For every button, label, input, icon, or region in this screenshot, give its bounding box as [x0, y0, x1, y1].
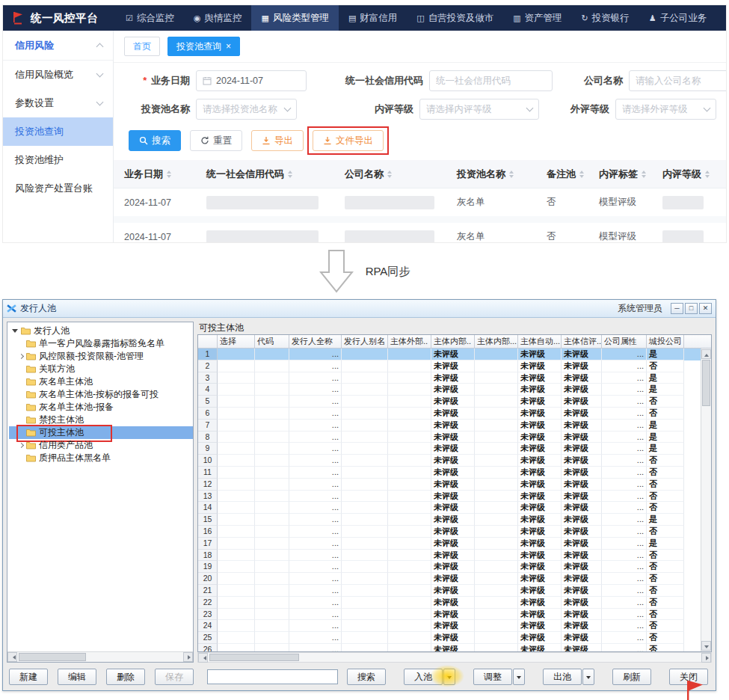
grid-row[interactable]: 17 ... 未评级 未评级 未评级 ... [198, 538, 701, 550]
grid-column-header[interactable]: 主体信评... [562, 335, 602, 348]
sort-icon[interactable] [642, 171, 646, 178]
column-header[interactable]: 内评等级 [652, 168, 710, 181]
scroll-left-icon[interactable] [198, 653, 208, 663]
grid-row[interactable]: 19 ... 未评级 未评级 未评级 ... [198, 561, 701, 573]
cell-select[interactable] [218, 420, 255, 432]
grid-column-header[interactable]: 主体外部.. [388, 335, 431, 348]
table-row[interactable]: 2024-11-07 灰名单 否 模型评级 [114, 188, 726, 223]
tree-item[interactable]: 可投主体池 [9, 426, 193, 439]
window-control-button[interactable]: ✕ [699, 303, 712, 314]
cell-select[interactable] [218, 620, 255, 632]
nav-item[interactable]: ◉ 舆情监控 [184, 5, 252, 31]
footer-button[interactable]: 编辑 [58, 669, 96, 685]
nav-item[interactable]: ↻ 投资银行 [572, 5, 639, 31]
window-control-button[interactable]: □ [685, 303, 698, 314]
sort-icon[interactable] [705, 171, 710, 178]
tree-item[interactable]: 灰名单主体池-报备 [9, 401, 193, 414]
scroll-down-icon[interactable] [701, 641, 711, 651]
tree-root[interactable]: 发行人池 [9, 325, 193, 337]
cell-select[interactable] [218, 491, 255, 503]
grid-row[interactable]: 21 ... 未评级 未评级 未评级 ... [198, 585, 701, 597]
tree-item[interactable]: 禁投主体池 [9, 414, 193, 426]
grid-row[interactable]: 13 ... 未评级 未评级 未评级 ... [198, 491, 701, 503]
footer-button[interactable]: 新建 [9, 669, 48, 685]
cell-select[interactable] [218, 372, 255, 384]
grid-row[interactable]: 6 ... 未评级 未评级 未评级 ... [198, 408, 701, 420]
reset-button[interactable]: 重置 [190, 130, 242, 151]
sort-icon[interactable] [167, 171, 171, 178]
column-header[interactable]: 公司名称 [334, 168, 446, 181]
cell-select[interactable] [218, 455, 255, 467]
grid-row[interactable]: 22 ... 未评级 未评级 未评级 ... [198, 597, 701, 609]
grid-row[interactable]: 23 ... 未评级 未评级 未评级 ... [198, 609, 701, 621]
action-button[interactable]: 调整 [473, 669, 512, 685]
tree-item[interactable]: 风控限额-投资限额-池管理 [9, 350, 193, 363]
grid-row[interactable]: 20 ... 未评级 未评级 未评级 ... [198, 573, 701, 585]
cell-select[interactable] [218, 384, 255, 396]
cell-select[interactable] [218, 514, 255, 526]
file-export-button[interactable]: 文件导出 [313, 130, 384, 151]
tree-item[interactable]: 质押品主体黑名单 [9, 452, 193, 464]
footer-button[interactable]: 保存 [155, 669, 194, 685]
cell-select[interactable] [218, 597, 255, 609]
sidebar-item[interactable]: 参数设置 [3, 89, 113, 117]
grid-row[interactable]: 14 ... 未评级 未评级 未评级 ... [198, 502, 701, 514]
internal-rating-select[interactable]: 请选择内评等级 [419, 99, 539, 120]
action-button[interactable]: 刷新 [612, 669, 651, 685]
column-header[interactable]: 业务日期 [114, 168, 196, 181]
cell-select[interactable] [218, 479, 255, 491]
tree-item[interactable]: 灰名单主体池-按标的报备可投 [9, 388, 193, 401]
grid-row[interactable]: 4 ... 未评级 未评级 未评级 ... [198, 384, 701, 396]
sort-icon[interactable] [387, 171, 392, 178]
grid-column-header[interactable]: 城投公司 [647, 335, 684, 348]
scroll-up-icon[interactable] [701, 349, 711, 359]
grid-row[interactable]: 16 ... 未评级 未评级 未评级 ... [198, 526, 701, 538]
tab[interactable]: 投资池查询 × [167, 37, 240, 56]
search-button[interactable]: 搜索 [129, 130, 181, 151]
grid-row[interactable]: 26 ... 未评级 未评级 未评级 ... [198, 644, 701, 652]
dropdown-arrow-button[interactable] [513, 669, 525, 685]
tab-close-icon[interactable]: × [226, 42, 231, 51]
grid-row[interactable]: 24 ... 未评级 未评级 未评级 ... [198, 620, 701, 632]
cell-select[interactable] [218, 408, 255, 420]
grid-column-header[interactable]: 主体内部.. [431, 335, 475, 348]
grid-row[interactable]: 1 ... 未评级 未评级 未评级 ... [198, 349, 701, 360]
tree-search-button[interactable]: 搜索 [347, 669, 386, 685]
cell-select[interactable] [218, 396, 255, 408]
grid-column-header[interactable]: 代码 [255, 335, 289, 348]
grid-row[interactable]: 7 ... 未评级 未评级 未评级 ... [198, 420, 701, 432]
grid-row[interactable]: 25 ... 未评级 未评级 未评级 ... [198, 632, 701, 644]
dropdown-arrow-button[interactable] [443, 669, 455, 685]
nav-item[interactable]: ▦ 风险类型管理 [251, 5, 338, 31]
grid-row[interactable]: 2 ... 未评级 未评级 未评级 ... [198, 360, 701, 372]
grid-column-header[interactable]: 公司属性 [602, 335, 647, 348]
grid-vertical-scrollbar[interactable] [701, 349, 711, 651]
tab[interactable]: 首页 [124, 37, 160, 56]
cell-select[interactable] [218, 561, 255, 573]
cell-select[interactable] [218, 443, 255, 455]
scrollbar-thumb[interactable] [19, 653, 86, 661]
expander-down-icon[interactable] [12, 329, 18, 336]
pool-name-select[interactable]: 请选择投资池名称 [196, 99, 297, 120]
sort-icon[interactable] [509, 171, 514, 178]
scroll-right-icon[interactable] [183, 652, 193, 662]
sidebar-item[interactable]: 风险资产处置台账 [3, 174, 113, 203]
export-button[interactable]: 导出 [251, 130, 304, 151]
nav-item[interactable]: ◫ 自营投资及做市 [407, 5, 503, 31]
cell-select[interactable] [218, 349, 255, 360]
nav-item[interactable]: ♟ 子公司业务 [639, 5, 716, 31]
window-control-button[interactable]: ─ [671, 303, 683, 314]
tree-item[interactable]: 单一客户风险暴露指标豁免名单 [9, 337, 193, 350]
sort-icon[interactable] [288, 171, 292, 178]
cell-select[interactable] [218, 550, 255, 562]
grid-row[interactable]: 15 ... 未评级 未评级 未评级 ... [198, 514, 701, 526]
scroll-left-icon[interactable] [7, 652, 17, 662]
cell-select[interactable] [218, 609, 255, 621]
cell-select[interactable] [218, 502, 255, 514]
nav-item[interactable]: ⚙ 系统管理 [716, 5, 727, 31]
credit-code-input[interactable] [429, 70, 553, 91]
nav-item[interactable]: ▥ 资产管理 [503, 5, 571, 31]
grid-horizontal-scrollbar[interactable] [197, 652, 712, 663]
action-button[interactable]: 入池 [404, 669, 443, 685]
footer-button[interactable]: 删除 [106, 669, 145, 685]
